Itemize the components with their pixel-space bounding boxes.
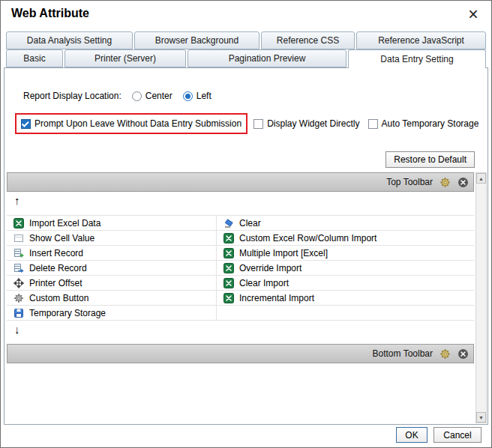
widget-item-label: Delete Record: [29, 263, 87, 273]
move-down-arrow[interactable]: [14, 324, 20, 336]
ok-button[interactable]: OK: [396, 427, 428, 443]
top-toolbar-label: Top Toolbar: [386, 177, 433, 187]
widget-item-delete-record[interactable]: Delete Record: [7, 261, 217, 275]
widget-item-label: Multiple Import [Excel]: [239, 248, 328, 258]
widget-item-label: Printer Offset: [29, 278, 82, 288]
table-row: Delete Record Override Import: [7, 261, 474, 276]
tab-data-entry-setting[interactable]: Data Entry Setting: [348, 49, 486, 68]
vertical-scrollbar[interactable]: [476, 172, 487, 423]
tab-row-1: Data Analysis Setting Browser Background…: [6, 31, 486, 49]
restore-to-default-button[interactable]: Restore to Default: [386, 151, 475, 168]
excel-icon: [223, 232, 235, 243]
table-row: Printer Offset Clear Import: [7, 276, 474, 291]
move-up-arrow[interactable]: [14, 195, 20, 207]
table-row: Insert Record Multiple Import [Excel]: [7, 246, 474, 261]
widget-item-label: Incremental Import: [239, 293, 314, 303]
move-icon: [13, 277, 25, 288]
widget-item-label: Override Import: [239, 263, 302, 273]
highlight-red-box: Prompt Upon Leave Without Data Entry Sub…: [15, 113, 248, 134]
widget-item-label: Import Excel Data: [29, 218, 100, 228]
radio-center-label: Center: [146, 91, 172, 101]
widget-item-label: Clear Import: [239, 278, 289, 288]
checkbox-prompt-upon-leave[interactable]: [21, 119, 31, 129]
gear-icon[interactable]: [439, 177, 451, 188]
cancel-button[interactable]: Cancel: [434, 427, 482, 443]
eraser-icon: [223, 217, 235, 228]
insert-record-icon: [13, 247, 25, 258]
table-row: Import Excel Data Clear: [7, 216, 474, 231]
excel-icon: [13, 217, 25, 228]
remove-icon[interactable]: [457, 348, 469, 360]
widget-item-incremental-import[interactable]: Incremental Import: [217, 291, 474, 305]
storage-icon: [13, 307, 25, 318]
table-row: Temporary Storage: [7, 306, 474, 321]
bottom-toolbar-label: Bottom Toolbar: [373, 348, 434, 359]
excel-icon: [223, 247, 235, 258]
widget-item-temporary-storage[interactable]: Temporary Storage: [7, 306, 217, 320]
tab-pagination-preview[interactable]: Pagination Preview: [188, 49, 346, 67]
radio-left-label: Left: [196, 91, 212, 101]
scroll-up-icon[interactable]: [476, 173, 486, 184]
gear-icon: [13, 292, 25, 303]
checkbox-auto-temporary-storage[interactable]: [368, 119, 378, 129]
gear-icon[interactable]: [439, 348, 451, 360]
widget-item-label: Custom Button: [29, 293, 88, 303]
report-display-location-row: Report Display Location: Center Left: [23, 91, 212, 101]
checkbox-row: Prompt Upon Leave Without Data Entry Sub…: [15, 113, 478, 134]
widget-item-label: Insert Record: [29, 248, 83, 258]
checkbox-prompt-upon-leave-label: Prompt Upon Leave Without Data Entry Sub…: [34, 118, 242, 129]
widget-item-insert-record[interactable]: Insert Record: [7, 246, 217, 260]
widget-item-label: Show Cell Value: [29, 233, 94, 243]
web-attribute-dialog: Web Attribute Data Analysis Setting Brow…: [0, 0, 492, 448]
widget-item-custom-excel-row-column-import[interactable]: Custom Excel Row/Column Import: [217, 231, 474, 245]
widget-item-custom-button[interactable]: Custom Button: [7, 291, 217, 305]
widget-table: Import Excel Data Clear Show Cell Value …: [7, 215, 474, 321]
delete-record-icon: [13, 262, 25, 273]
report-display-location-label: Report Display Location:: [23, 91, 122, 101]
radio-left[interactable]: [183, 91, 193, 101]
excel-icon: [223, 262, 235, 273]
widget-item-printer-offset[interactable]: Printer Offset: [7, 276, 217, 290]
widget-item-clear[interactable]: Clear: [217, 216, 474, 230]
widget-item-label: Temporary Storage: [29, 308, 106, 318]
excel-icon: [223, 292, 235, 303]
close-icon[interactable]: [464, 5, 482, 23]
widget-item-multiple-import-excel[interactable]: Multiple Import [Excel]: [217, 246, 474, 260]
table-row: Show Cell Value Custom Excel Row/Column …: [7, 231, 474, 246]
remove-icon[interactable]: [457, 177, 469, 188]
tab-row-2: Basic Printer (Server) Pagination Previe…: [6, 49, 486, 68]
data-entry-setting-panel: Report Display Location: Center Left Pro…: [4, 67, 488, 425]
tab-data-analysis-setting[interactable]: Data Analysis Setting: [6, 31, 133, 49]
widget-item-label: Custom Excel Row/Column Import: [239, 233, 376, 243]
excel-icon: [223, 277, 235, 288]
tab-reference-javascript[interactable]: Reference JavaScript: [356, 31, 486, 49]
top-toolbar-bar: Top Toolbar: [7, 172, 474, 192]
scroll-down-icon[interactable]: [476, 412, 486, 423]
tab-basic[interactable]: Basic: [6, 49, 63, 67]
radio-center[interactable]: [132, 91, 142, 101]
checkbox-display-widget-directly[interactable]: [254, 119, 263, 129]
widget-item-clear-import[interactable]: Clear Import: [217, 276, 474, 290]
widget-item-show-cell-value[interactable]: Show Cell Value: [7, 231, 217, 245]
widget-item-override-import[interactable]: Override Import: [217, 261, 474, 275]
tab-reference-css[interactable]: Reference CSS: [261, 31, 355, 49]
widget-item-label: Clear: [239, 218, 261, 228]
checkbox-auto-temporary-storage-label: Auto Temporary Storage: [382, 118, 479, 129]
widget-item-import-excel-data[interactable]: Import Excel Data: [7, 216, 217, 230]
tab-printer-server[interactable]: Printer (Server): [64, 49, 186, 67]
dialog-title: Web Attribute: [11, 7, 89, 20]
empty-cell: [217, 306, 474, 320]
table-row: Custom Button Incremental Import: [7, 291, 474, 306]
tab-browser-background[interactable]: Browser Background: [134, 31, 260, 49]
checkbox-display-widget-directly-label: Display Widget Directly: [267, 118, 359, 129]
cell-icon: [13, 232, 25, 243]
bottom-toolbar-bar: Bottom Toolbar: [7, 344, 474, 363]
